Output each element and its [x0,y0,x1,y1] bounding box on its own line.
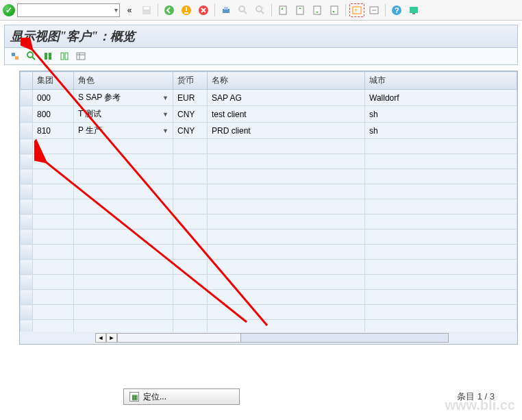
dropdown-arrow-icon: ▾ [114,6,118,14]
empty-row [21,139,517,154]
cell-role[interactable]: T 测试▼ [74,106,173,123]
exit-icon[interactable] [179,3,194,17]
cell-role[interactable]: S SAP 参考▼ [74,90,173,106]
cell-name[interactable]: PRD client [208,123,365,139]
svg-line-10 [261,11,264,14]
cell-city[interactable]: sh [365,123,517,139]
cell-currency[interactable]: CNY [173,123,208,139]
empty-row [21,169,517,184]
generate-session-icon[interactable] [366,3,382,17]
svg-rect-6 [224,7,228,10]
scroll-right-icon[interactable]: ► [106,333,117,343]
select-all-icon[interactable] [41,50,55,62]
cell-city[interactable]: sh [365,106,517,123]
cell-role[interactable]: P 生产▼ [74,123,173,139]
col-city[interactable]: 城市 [365,72,517,90]
svg-point-7 [239,6,245,12]
svg-rect-21 [410,7,418,13]
page-title: 显示视图"客户"：概览 [10,29,135,43]
table-row[interactable]: 800 T 测试▼ CNY test client sh [21,106,517,123]
svg-line-8 [244,11,247,14]
cell-group[interactable]: 810 [33,123,74,139]
print-icon[interactable] [219,3,234,17]
svg-text:?: ? [395,6,399,14]
dropdown-arrow-icon[interactable]: ▼ [162,95,169,101]
scroll-left-icon[interactable]: ◄ [95,333,106,343]
ok-icon[interactable]: ✓ [3,4,15,16]
data-table-container: 集团 角色 货币 名称 城市 000 S SAP 参考▼ EUR SAP AG … [19,71,518,345]
empty-row [21,154,517,169]
position-icon: ▦ [129,392,139,402]
cell-name[interactable]: test client [208,106,365,123]
footer-row: ▦ 定位... 条目 1 / 3 [0,388,522,405]
dropdown-arrow-icon[interactable]: ▼ [162,111,169,118]
row-selector[interactable] [21,123,33,139]
table-row[interactable]: 000 S SAP 参考▼ EUR SAP AG Walldorf [21,90,517,106]
new-session-icon[interactable]: + [349,3,364,17]
table-row[interactable]: 810 P 生产▼ CNY PRD client sh [21,123,517,139]
find-icon [236,3,251,17]
svg-text:+: + [354,7,358,14]
cell-currency[interactable]: EUR [173,90,208,106]
horizontal-scrollbar[interactable]: ◄ ► [20,332,517,344]
empty-row [21,260,517,275]
empty-row [21,290,517,305]
svg-rect-26 [49,53,51,60]
row-selector[interactable] [21,106,33,123]
scroll-track[interactable] [117,333,449,343]
cell-name[interactable]: SAP AG [208,90,365,106]
find-toolbar-icon[interactable] [25,50,38,62]
svg-rect-22 [412,13,415,14]
position-button[interactable]: ▦ 定位... [123,388,240,405]
empty-row [21,275,517,290]
back-icon[interactable] [162,3,177,17]
table-settings-icon[interactable] [74,50,88,62]
col-role[interactable]: 角色 [74,72,173,90]
svg-point-2 [164,5,174,15]
svg-point-23 [27,52,33,58]
cell-city[interactable]: Walldorf [365,90,517,106]
chevron-left-button[interactable]: « [122,3,137,17]
command-combo[interactable]: ▾ [17,3,120,17]
svg-rect-27 [61,53,64,60]
table-body: 000 S SAP 参考▼ EUR SAP AG Walldorf 800 T … [21,90,517,335]
cancel-icon[interactable] [196,3,211,17]
prev-page-icon[interactable] [293,3,308,17]
svg-point-9 [256,6,262,12]
dropdown-arrow-icon[interactable]: ▼ [162,127,169,134]
svg-rect-13 [297,6,303,14]
scroll-thumb[interactable] [118,334,241,342]
svg-rect-1 [144,7,149,10]
svg-rect-25 [45,53,47,60]
first-page-icon[interactable] [275,3,290,17]
svg-rect-14 [314,6,321,14]
svg-rect-29 [77,53,85,60]
cell-currency[interactable]: CNY [173,106,208,123]
row-selector-header[interactable] [21,72,33,90]
cell-group[interactable]: 800 [33,106,74,123]
watermark: www.bli.cc [445,397,515,413]
title-bar: 显示视图"客户"：概览 [4,25,518,48]
col-group[interactable]: 集团 [33,72,74,90]
empty-row [21,199,517,214]
cell-group[interactable]: 000 [33,90,74,106]
deselect-all-icon[interactable] [58,50,71,62]
help-icon[interactable]: ? [389,3,404,17]
empty-row [21,230,517,245]
last-page-icon[interactable] [327,3,342,17]
svg-text:+: + [262,5,264,10]
col-currency[interactable]: 货币 [173,72,208,90]
main-toolbar: ✓ ▾ « + + ? [0,0,522,21]
svg-line-24 [32,57,35,60]
empty-row [21,245,517,260]
toggle-display-icon[interactable] [8,50,22,62]
next-page-icon[interactable] [310,3,325,17]
row-selector[interactable] [21,90,33,106]
find-next-icon: + [253,3,268,17]
svg-rect-28 [65,53,68,60]
svg-rect-12 [279,6,286,14]
position-label: 定位... [143,391,166,403]
col-name[interactable]: 名称 [208,72,365,90]
clients-table: 集团 角色 货币 名称 城市 000 S SAP 参考▼ EUR SAP AG … [20,71,517,335]
layout-icon[interactable] [406,3,421,17]
